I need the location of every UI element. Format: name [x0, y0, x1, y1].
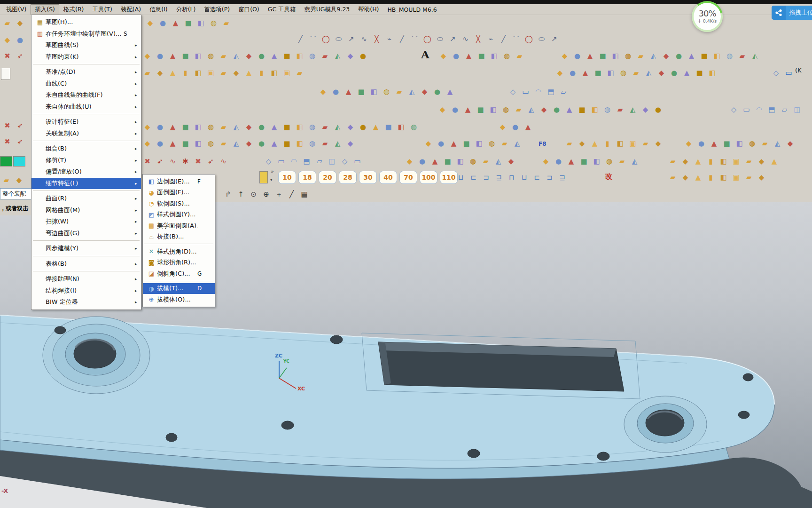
- toolbar-icon[interactable]: ▮: [704, 170, 717, 184]
- toolbar-icon[interactable]: ●: [255, 136, 268, 151]
- toolbar-icon[interactable]: ●: [14, 33, 26, 47]
- toolbar-icon[interactable]: ◭: [230, 120, 242, 134]
- dropdown-caret-icon[interactable]: ▾: [270, 177, 273, 182]
- toolbar-icon[interactable]: ▣: [204, 66, 217, 80]
- toolbar-icon[interactable]: ◆: [784, 136, 796, 151]
- toolbar-icon[interactable]: ▮: [704, 154, 717, 168]
- toolbar-icon[interactable]: ╱: [294, 32, 307, 46]
- toolbar-icon[interactable]: ■: [693, 66, 706, 80]
- toolbar-icon[interactable]: ▰: [639, 136, 652, 151]
- toolbar-icon[interactable]: ■: [475, 49, 488, 63]
- toolbar-icon[interactable]: ◧: [293, 49, 306, 63]
- download-progress-badge[interactable]: 30% ↓ 0.4K/s: [692, 1, 723, 32]
- toolbar-icon[interactable]: ◇: [262, 154, 275, 168]
- toolbar-icon[interactable]: ⌒: [408, 32, 421, 46]
- toolbar-icon[interactable]: ◆: [554, 66, 566, 80]
- toolbar-icon[interactable]: ◭: [628, 154, 641, 168]
- preset-value-button[interactable]: 30: [359, 171, 377, 184]
- toolbar-icon[interactable]: ●: [652, 103, 664, 117]
- toolbar-icon[interactable]: ▮: [179, 66, 192, 80]
- toolbar-icon[interactable]: ◆: [403, 154, 416, 168]
- toolbar-icon[interactable]: ⬭: [434, 32, 446, 46]
- toolbar-icon[interactable]: ⌒: [307, 32, 320, 46]
- toolbar-icon[interactable]: ▲: [169, 16, 182, 30]
- toolbar-icon[interactable]: ◧: [604, 66, 617, 80]
- toolbar-icon[interactable]: ◆: [682, 136, 695, 151]
- toolbar-icon[interactable]: ◧: [454, 154, 467, 168]
- toolbar-icon[interactable]: ■: [474, 103, 487, 117]
- toolbar-icon[interactable]: ◧: [395, 120, 407, 134]
- toolbar-icon[interactable]: ■: [441, 154, 454, 168]
- toolbar-icon[interactable]: ▰: [616, 154, 628, 168]
- menu-item[interactable]: 结构焊接(I)▸: [31, 285, 141, 297]
- toolbar-icon[interactable]: ●: [156, 16, 169, 30]
- edit-tool-icon[interactable]: 改: [605, 172, 612, 181]
- toolbar-icon[interactable]: ▰: [217, 66, 230, 80]
- toolbar-icon[interactable]: ●: [431, 85, 444, 99]
- toolbar-icon[interactable]: ▭: [351, 154, 364, 168]
- toolbar-icon[interactable]: ▰: [614, 103, 626, 117]
- toolbar-icon[interactable]: ●: [672, 49, 685, 63]
- toolbar-icon[interactable]: ▰: [1, 16, 14, 30]
- preset-value-button[interactable]: 18: [298, 171, 316, 184]
- toolbar-icon[interactable]: ◧: [717, 170, 730, 184]
- toolbar-icon[interactable]: ▲: [447, 136, 460, 151]
- toolbar-icon[interactable]: ▰: [742, 170, 755, 184]
- menubar-item[interactable]: 窗口(O): [234, 4, 264, 15]
- toolbar-icon[interactable]: ●: [154, 120, 166, 134]
- toolbar-icon[interactable]: ◍: [204, 49, 217, 63]
- toolbar-icon[interactable]: ■: [179, 136, 192, 151]
- menu-item[interactable]: ◑拔模(T)...D: [143, 283, 215, 294]
- toolbar-icon[interactable]: ∿: [459, 32, 472, 46]
- toolbar-overflow-icon[interactable]: »: [271, 168, 274, 175]
- toolbar-icon[interactable]: ╳: [472, 32, 484, 46]
- toolbar-icon[interactable]: ◧: [706, 66, 718, 80]
- toolbar-icon[interactable]: ▰: [217, 49, 230, 63]
- toolbar-icon[interactable]: ↗: [345, 32, 358, 46]
- menu-item[interactable]: 基准/点(D)▸: [31, 66, 141, 78]
- toolbar-icon[interactable]: ◧: [192, 136, 204, 151]
- menu-item[interactable]: 来自体的曲线(U)▸: [31, 101, 141, 113]
- preset-value-button[interactable]: 20: [319, 171, 336, 184]
- menu-item[interactable]: ▥在任务环境中绘制草图(V)...S: [31, 28, 141, 40]
- toolbar-icon[interactable]: ■: [698, 49, 710, 63]
- menubar-item[interactable]: 信息(I): [145, 4, 172, 15]
- toolbar-icon[interactable]: ⬒: [300, 154, 313, 168]
- toolbar-icon[interactable]: ▭: [275, 154, 288, 168]
- toolbar-icon[interactable]: ⊐: [543, 170, 556, 184]
- toolbar-icon[interactable]: ◭: [771, 136, 784, 151]
- toolbar-icon[interactable]: ↱: [222, 187, 234, 201]
- preset-value-button[interactable]: 70: [399, 171, 417, 184]
- toolbar-icon[interactable]: ■: [592, 66, 604, 80]
- menu-item[interactable]: 草图约束(K)▸: [31, 51, 141, 63]
- toolbar-icon[interactable]: ◆: [496, 120, 509, 134]
- toolbar-icon[interactable]: ●: [571, 49, 584, 63]
- toolbar-icon[interactable]: ➶: [14, 119, 26, 133]
- toolbar-icon[interactable]: ◭: [492, 154, 505, 168]
- toolbar-icon[interactable]: ▰: [563, 136, 576, 151]
- toolbar-icon[interactable]: ◧: [710, 49, 723, 63]
- toolbar-icon[interactable]: ◇: [770, 66, 782, 80]
- toolbar-icon[interactable]: ●: [435, 136, 447, 151]
- toolbar-icon[interactable]: ◆: [317, 85, 329, 99]
- toolbar-color-swatch[interactable]: [0, 156, 12, 167]
- toolbar-icon[interactable]: ▰: [630, 66, 642, 80]
- toolbar-icon[interactable]: ●: [695, 136, 708, 151]
- toolbar-icon[interactable]: ◆: [344, 49, 357, 63]
- toolbar-icon[interactable]: ◧: [717, 154, 730, 168]
- toolbar-icon[interactable]: ▰: [512, 103, 525, 117]
- toolbar-icon[interactable]: ▲: [588, 136, 601, 151]
- toolbar-icon[interactable]: ➶: [14, 135, 26, 149]
- toolbar-icon[interactable]: ●: [255, 120, 268, 134]
- toolbar-icon[interactable]: ◆: [422, 136, 435, 151]
- toolbar-icon[interactable]: ◆: [344, 120, 357, 134]
- toolbar-icon[interactable]: ◍: [500, 103, 512, 117]
- toolbar-icon[interactable]: ◧: [293, 136, 306, 151]
- menu-item[interactable]: 偏置/缩放(O)▸: [31, 166, 141, 178]
- toolbar-color-swatch[interactable]: [1, 68, 10, 80]
- toolbar-icon[interactable]: ◠: [532, 85, 545, 99]
- toolbar-icon[interactable]: ▰: [319, 49, 331, 63]
- toolbar-icon[interactable]: ▲: [692, 154, 704, 168]
- menu-item[interactable]: 网格曲面(M)▸: [31, 205, 141, 216]
- toolbar-icon[interactable]: ◆: [242, 49, 255, 63]
